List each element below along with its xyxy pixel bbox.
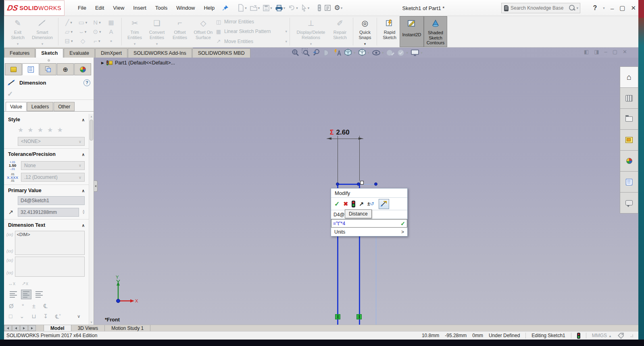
vertical-relation-badge[interactable] <box>356 314 362 319</box>
move-entities-button[interactable]: ↗ Move Entities ▾ <box>215 38 287 44</box>
first-tab-button[interactable] <box>4 325 12 331</box>
convert-entities-button[interactable]: ❏ Convert Entities ▾ <box>145 16 169 47</box>
anchor-symbol-button[interactable]: ↧ <box>43 313 48 319</box>
tags-icon[interactable] <box>617 332 625 339</box>
spin-down-icon[interactable]: ∨ <box>82 212 85 214</box>
style-section-header[interactable]: Style ∧ <box>4 114 89 124</box>
tree-expand-icon[interactable]: ▶ <box>101 61 104 65</box>
apply-scene-button[interactable]: ▾ <box>397 49 408 57</box>
convert-dropdown-icon[interactable]: ▾ <box>156 42 158 46</box>
ellipse-dropdown-icon[interactable]: ▾ <box>99 30 101 34</box>
menu-help[interactable]: Help <box>199 2 219 13</box>
view-palette-button[interactable] <box>620 129 638 151</box>
help-button[interactable]: ? <box>593 4 597 12</box>
select-dropdown-icon[interactable]: ▾ <box>308 6 310 10</box>
solidworks-resources-button[interactable]: ⌂ <box>620 66 638 88</box>
dimension-annotation[interactable]: Σ 2.60 <box>330 128 350 137</box>
smart-dimension-button[interactable]: Smart Dimension ▾ <box>29 16 56 47</box>
equation-input[interactable]: ="t"*4 ✓ <box>331 219 407 228</box>
exit-sketch-dropdown-icon[interactable]: ▾ <box>17 42 19 46</box>
menu-view[interactable]: View <box>108 2 129 13</box>
linear-sketch-pattern-button[interactable]: ▦ Linear Sketch Pattern ▾ <box>215 29 287 35</box>
open-dropdown-icon[interactable]: ▾ <box>258 6 260 10</box>
primary-value-section-header[interactable]: Primary Value ∧ <box>4 185 89 195</box>
save-button[interactable]: ▾ <box>262 3 273 13</box>
arc-dropdown-icon[interactable]: ▾ <box>85 30 87 34</box>
slot-tool[interactable]: ⊟▾ <box>62 37 76 45</box>
print-button[interactable]: ▾ <box>274 3 286 13</box>
mirror-entities-button[interactable]: ◫ Mirror Entities <box>215 19 287 25</box>
quick-snaps-dropdown-icon[interactable]: ▾ <box>364 42 366 46</box>
parallelogram-tool[interactable]: ▱▾ <box>62 28 76 35</box>
reverse-sense-icon[interactable]: ±↺ <box>367 201 374 207</box>
zoom-to-area-button[interactable] <box>302 48 310 57</box>
sketch-picture-tool[interactable]: ▦ <box>104 19 118 26</box>
add-parenthesis-icon[interactable]: (xx) <box>6 232 13 237</box>
tab-feature-manager[interactable] <box>5 63 22 75</box>
trim-dropdown-icon[interactable]: ▾ <box>134 42 136 46</box>
collapse-chevron-icon[interactable]: ∧ <box>82 152 85 157</box>
print-dropdown-icon[interactable]: ▾ <box>283 6 286 10</box>
move-dropdown-icon[interactable]: ▾ <box>285 39 287 44</box>
hide-show-dropdown-icon[interactable]: ▾ <box>382 51 384 55</box>
tab-solidworks-mbd[interactable]: SOLIDWORKS MBD <box>192 48 250 58</box>
sketch-point[interactable] <box>374 182 377 186</box>
status-light-icon[interactable] <box>577 333 580 339</box>
panel-collapse-tab[interactable] <box>94 180 98 192</box>
search-dropdown-icon[interactable]: ▾ <box>576 6 578 10</box>
tab-evaluate[interactable]: Evaluate <box>64 48 95 58</box>
modify-dialog-title[interactable]: Modify <box>331 189 407 198</box>
tab-features[interactable]: Features <box>4 48 35 58</box>
line-tool[interactable]: ╱▾ <box>62 19 76 26</box>
doc-close-button[interactable]: ✕ <box>623 49 627 55</box>
tab-display-manager[interactable] <box>74 63 91 75</box>
rapid-sketch-button[interactable]: Rapid Sketch ▾ <box>379 16 400 47</box>
rectangle-dropdown-icon[interactable]: ▾ <box>85 21 88 25</box>
sketch-relations-light-icon[interactable] <box>317 3 322 13</box>
fillet-tool[interactable]: ⌐▾ <box>90 37 104 45</box>
add-style-icon[interactable]: ★ <box>27 126 33 134</box>
save-style-icon[interactable]: ★ <box>47 126 53 134</box>
file-explorer-button[interactable] <box>620 108 638 130</box>
arc-tool[interactable]: ⌣▾ <box>76 28 90 35</box>
previous-tab-button[interactable] <box>12 325 20 331</box>
tab-configuration-manager[interactable] <box>40 63 56 75</box>
selected-point-handle[interactable] <box>360 181 364 184</box>
scroll-down-icon[interactable]: ∨ <box>89 319 94 325</box>
remove-parenthesis-icon[interactable]: (xx) <box>6 249 13 253</box>
offset-on-surface-button[interactable]: ◇ Offset On Surface ▾ <box>191 16 215 47</box>
new-document-button[interactable]: ▾ <box>237 3 248 13</box>
unit-system-selector[interactable]: MMGS▲ <box>592 333 612 338</box>
unit-precision-select[interactable]: .12 (Document) ∨ <box>21 173 85 182</box>
shaded-sketch-contours-button[interactable]: Shaded Sketch Contours <box>424 16 447 47</box>
panel-splitter-handle[interactable] <box>48 59 50 62</box>
remove-parenthesis-icon[interactable]: (xx) <box>6 271 13 275</box>
resize-grip[interactable] <box>630 334 634 338</box>
tab-other[interactable]: Other <box>54 102 75 111</box>
extension-line-left[interactable] <box>338 136 338 182</box>
apply-scene-dropdown-icon[interactable]: ▾ <box>406 51 408 55</box>
search-icon[interactable] <box>569 4 576 12</box>
diameter-symbol-button[interactable]: Ø <box>9 302 14 310</box>
tab-sketch[interactable]: Sketch <box>35 48 63 58</box>
trim-entities-button[interactable]: ✂ Trim Entities ▾ <box>124 16 145 47</box>
maximize-button[interactable]: ▢ <box>619 4 625 12</box>
dimension-name-field[interactable]: D4@Sketch1 <box>18 196 85 205</box>
sketch-line-horizontal[interactable] <box>338 184 360 185</box>
menu-tools[interactable]: Tools <box>151 2 172 13</box>
doc-minimize-button[interactable]: – <box>604 49 607 55</box>
extension-line-right[interactable] <box>359 136 360 181</box>
more-symbols-dropdown[interactable]: ∨ <box>77 314 80 319</box>
custom-properties-button[interactable] <box>620 171 638 193</box>
scroll-up-icon[interactable]: ∧ <box>89 114 94 119</box>
smart-dimension-dropdown-icon[interactable]: ▾ <box>42 42 44 46</box>
view-orientation-button[interactable]: ▾ <box>344 48 356 57</box>
parallelogram-dropdown-icon[interactable]: ▾ <box>71 30 73 34</box>
square-symbol-button[interactable]: □ <box>9 313 12 319</box>
undo-button[interactable]: ▾ <box>287 3 299 13</box>
tolerance-type-select[interactable]: None ∨ <box>21 161 85 170</box>
check-symbol-button[interactable]: ⌄ <box>19 313 24 319</box>
menu-edit[interactable]: Edit <box>91 2 108 13</box>
next-tab-button[interactable] <box>20 325 28 331</box>
tab-dimxpert[interactable]: DimXpert <box>95 48 127 58</box>
